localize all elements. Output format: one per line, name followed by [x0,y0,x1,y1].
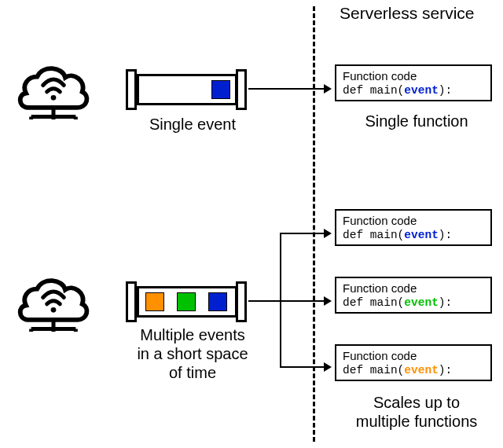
function-code: def main(event): [343,229,484,241]
arrow-head-icon [324,362,332,372]
code-keyword-def: def [343,84,370,97]
event-box [211,80,230,99]
code-event-param: event [404,84,439,97]
function-box: Function code def main(event): [335,64,492,101]
code-close: ): [439,296,452,309]
svg-point-0 [51,95,57,101]
queue-cap-right [236,281,247,322]
arrow-line [280,300,324,302]
diagram-title: Serverless service [340,4,475,23]
function-box-title: Function code [343,281,484,295]
cloud-network-icon [14,259,93,332]
code-func: main( [370,229,405,241]
code-event-param: event [404,296,439,309]
arrow-head-icon [324,84,332,94]
event-box [145,292,164,311]
svg-point-9 [51,307,57,313]
code-event-param: event [404,364,439,376]
code-close: ): [439,84,452,97]
queue-cap-left [126,69,137,110]
code-func: main( [370,84,405,97]
multi-function-label: Scales up to multiple functions [338,393,495,431]
function-box: Function code def main(event): [335,344,492,381]
queue-cap-left [126,281,137,322]
event-box [177,292,196,311]
queue-cap-right [236,69,247,110]
arrow-head-icon [324,296,332,306]
queue-multi [137,286,237,318]
arrow-line [280,366,324,368]
arrow-line [280,233,324,234]
code-keyword-def: def [343,229,370,241]
function-code: def main(event): [343,84,484,97]
function-code: def main(event): [343,296,484,309]
function-box-title: Function code [343,69,484,83]
code-func: main( [370,364,405,376]
single-event-label: Single event [134,115,252,134]
code-event-param: event [404,229,439,241]
function-box: Function code def main(event): [335,277,492,314]
function-box-title: Function code [343,214,484,227]
code-func: main( [370,296,405,309]
arrow-line [248,300,280,302]
multi-event-label: Multiple events in a short space of time [118,325,267,382]
arrow-line [248,88,324,90]
queue-single [137,74,237,105]
divider-dashed [313,6,315,442]
event-box [208,292,227,311]
arrow-head-icon [324,229,332,238]
code-keyword-def: def [343,364,370,376]
single-function-label: Single function [346,112,487,130]
function-code: def main(event): [343,364,484,376]
code-close: ): [439,364,452,376]
cloud-network-icon [14,47,93,119]
code-close: ): [439,229,452,241]
code-keyword-def: def [343,296,370,309]
function-box-title: Function code [343,349,484,362]
function-box: Function code def main(event): [335,209,492,246]
